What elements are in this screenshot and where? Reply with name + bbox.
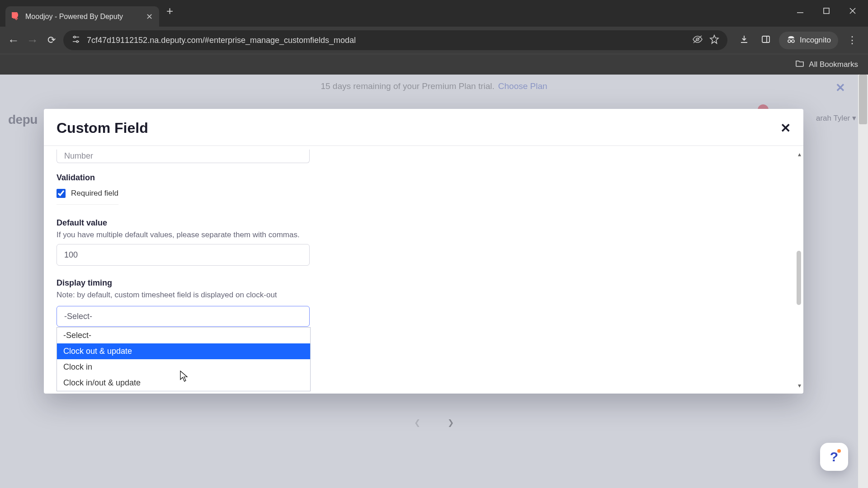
choose-plan-link[interactable]: Choose Plan <box>498 81 547 91</box>
modal-title: Custom Field <box>57 120 148 136</box>
svg-point-5 <box>74 36 75 38</box>
display-timing-selected: -Select- <box>64 312 92 321</box>
modal-body: Number Validation Required field Default… <box>44 146 803 394</box>
tab-close-icon[interactable]: ✕ <box>146 12 153 22</box>
page-viewport: 15 days remaining of your Premium Plan t… <box>0 75 868 488</box>
user-menu[interactable]: arah Tyler ▾ <box>816 113 856 123</box>
svg-point-14 <box>792 40 794 42</box>
incognito-indicator[interactable]: Incognito <box>779 32 838 49</box>
pager-next-icon[interactable]: ❯ <box>448 418 454 427</box>
page-scroll-thumb[interactable] <box>859 75 867 124</box>
minimize-icon[interactable] <box>797 7 804 14</box>
modal-scrollbar[interactable]: ▴ ▾ <box>796 150 802 389</box>
dropdown-option-clock-in-out-update[interactable]: Clock in/out & update <box>57 375 310 391</box>
page-scrollbar[interactable] <box>858 75 868 488</box>
url-text: 7cf47d19112152.na.deputy.com/#enterprise… <box>87 36 686 45</box>
type-field-cut[interactable]: Number <box>57 150 310 163</box>
eye-off-icon[interactable] <box>692 35 703 46</box>
svg-rect-11 <box>762 36 769 42</box>
address-bar[interactable]: 7cf47d19112152.na.deputy.com/#enterprise… <box>63 30 727 50</box>
reload-button[interactable]: ⟳ <box>44 34 59 46</box>
display-timing-hint: Note: by default, custom timesheet field… <box>57 291 791 300</box>
dropdown-option-select[interactable]: -Select- <box>57 328 310 343</box>
default-value-text: 100 <box>64 250 78 260</box>
downloads-icon[interactable] <box>739 34 749 47</box>
custom-field-modal: Custom Field ✕ Number Validation Require… <box>44 109 803 394</box>
scroll-down-icon[interactable]: ▾ <box>798 382 801 389</box>
incognito-label: Incognito <box>800 36 831 45</box>
toolbar-icons <box>739 34 771 47</box>
modal-close-icon[interactable]: ✕ <box>780 121 791 136</box>
dropdown-option-clock-out-update[interactable]: Clock out & update <box>57 343 310 359</box>
bookmarks-bar: All Bookmarks <box>0 54 868 75</box>
modal-header: Custom Field ✕ <box>44 109 803 146</box>
banner-close-icon[interactable]: ✕ <box>835 81 845 95</box>
browser-tabstrip: Moodjoy - Powered By Deputy ✕ + <box>0 0 868 27</box>
default-value-label: Default value <box>57 218 791 228</box>
svg-point-13 <box>788 40 791 42</box>
new-tab-button[interactable]: + <box>159 4 180 23</box>
carousel-pager: ❮ ❯ <box>0 418 868 427</box>
window-controls <box>797 0 868 14</box>
trial-text: 15 days remaining of your Premium Plan t… <box>321 81 494 91</box>
site-settings-icon[interactable] <box>71 35 80 46</box>
browser-toolbar: ← → ⟳ 7cf47d19112152.na.deputy.com/#ente… <box>0 27 868 54</box>
bookmark-star-icon[interactable] <box>709 34 719 47</box>
required-checkbox-label: Required field <box>71 189 118 198</box>
required-checkbox[interactable] <box>57 189 66 198</box>
browser-menu-icon[interactable]: ⋮ <box>843 34 862 46</box>
browser-tab[interactable]: Moodjoy - Powered By Deputy ✕ <box>5 6 159 27</box>
help-notification-dot <box>837 449 841 453</box>
display-timing-label: Display timing <box>57 278 791 288</box>
incognito-icon <box>786 35 796 46</box>
modal-scroll-thumb[interactable] <box>797 251 801 305</box>
type-value: Number <box>64 151 93 161</box>
close-window-icon[interactable] <box>849 7 856 14</box>
display-timing-dropdown: -Select- Clock out & update Clock in Clo… <box>57 327 311 391</box>
default-value-input[interactable]: 100 <box>57 244 310 266</box>
display-timing-select[interactable]: -Select- -Select- Clock out & update Clo… <box>57 306 310 327</box>
default-value-hint: If you have multiple default values, ple… <box>57 230 791 239</box>
svg-point-7 <box>76 41 78 42</box>
svg-marker-10 <box>710 35 718 43</box>
validation-label: Validation <box>57 173 791 183</box>
pager-prev-icon: ❮ <box>414 418 420 427</box>
scroll-up-icon[interactable]: ▴ <box>798 150 801 158</box>
user-name-partial: arah Tyler <box>816 114 850 122</box>
tab-favicon-icon <box>12 12 21 21</box>
svg-line-9 <box>693 36 702 43</box>
required-field-row[interactable]: Required field <box>57 189 118 205</box>
dropdown-option-clock-in[interactable]: Clock in <box>57 359 310 375</box>
forward-button: → <box>25 33 40 47</box>
all-bookmarks-button[interactable]: All Bookmarks <box>795 59 858 70</box>
back-button[interactable]: ← <box>6 33 21 47</box>
tab-title: Moodjoy - Powered By Deputy <box>25 13 142 21</box>
all-bookmarks-label: All Bookmarks <box>809 60 858 69</box>
help-fab[interactable]: ? <box>820 443 848 471</box>
folder-icon <box>795 59 804 70</box>
side-panel-icon[interactable] <box>761 34 771 47</box>
trial-banner: 15 days remaining of your Premium Plan t… <box>0 75 868 98</box>
app-logo: depu <box>8 113 38 127</box>
svg-rect-1 <box>824 8 829 14</box>
maximize-icon[interactable] <box>823 7 830 14</box>
